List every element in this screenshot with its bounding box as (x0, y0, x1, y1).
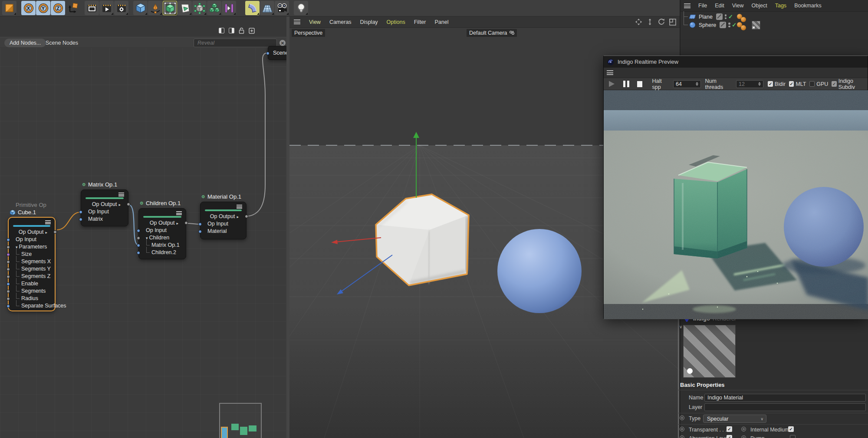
children-output-row[interactable]: Op Output▸ (139, 219, 186, 227)
bump-anim-dot-icon[interactable] (741, 435, 746, 438)
transparent-checkbox[interactable]: ✓ (727, 426, 732, 432)
editor-visibility-toggle[interactable] (716, 13, 723, 20)
menu-bookmarks[interactable]: Bookmarks (794, 3, 822, 9)
zoom-view-icon[interactable] (647, 18, 653, 26)
menu-tags[interactable]: Tags (775, 3, 786, 9)
port-row[interactable]: Radius (9, 295, 55, 302)
cloner-button[interactable] (192, 1, 207, 15)
menu-file[interactable]: File (698, 3, 707, 9)
add-nodes-button[interactable]: Add Nodes... (4, 39, 46, 47)
render-queue-button[interactable] (99, 1, 114, 15)
material-node-menu-icon[interactable] (237, 205, 242, 209)
material-preview-thumbnail[interactable] (683, 325, 736, 378)
editor-visibility-toggle[interactable] (720, 22, 726, 28)
spline-pen-button[interactable] (148, 1, 162, 15)
matrix-node[interactable]: ⚙Matrix Op.1 Op Output▸ Op Input Matrix (81, 190, 128, 226)
rotate-view-icon[interactable] (658, 18, 665, 26)
object-row-plane[interactable]: Plane ✓ (681, 13, 868, 20)
indigo-preview-window[interactable]: Indigo Realtime Preview Halt spp 64 Num … (603, 56, 868, 319)
port-row[interactable]: Segments (9, 288, 55, 295)
spline-divider-button[interactable] (222, 1, 236, 15)
material-node[interactable]: ⚙Material Op.1 Op Output▸ Op Input Mater… (200, 202, 247, 239)
transparent-anim-dot-icon[interactable] (680, 427, 684, 431)
stop-icon[interactable] (637, 81, 642, 87)
menu-view[interactable]: View (732, 3, 744, 9)
collapse-chevron-icon[interactable]: ∨ (679, 324, 682, 329)
menu-options[interactable]: Options (387, 19, 405, 25)
coordinate-system-button[interactable] (66, 1, 80, 15)
projection-label[interactable]: Perspective (292, 29, 325, 37)
enable-check-icon[interactable]: ✓ (732, 22, 736, 28)
menu-panel[interactable]: Panel (434, 19, 448, 25)
port-row[interactable]: Segments X (9, 258, 55, 265)
cube-node[interactable]: Primitive Op Cube.1 Op Output▸ Op Input … (8, 217, 56, 311)
menu-cameras[interactable]: Cameras (329, 19, 352, 25)
absorption-anim-dot-icon[interactable] (680, 435, 684, 438)
material-output-row[interactable]: Op Output▸ (201, 212, 246, 220)
port-row[interactable]: Op Input (81, 208, 128, 216)
clear-search-icon[interactable]: ✕ (279, 40, 286, 46)
object-manager-menu-icon[interactable] (684, 3, 690, 8)
camera-label[interactable]: Default Camera (467, 29, 517, 37)
floor-button[interactable] (260, 1, 274, 15)
camera-button[interactable] (275, 1, 289, 15)
node-graph-minimap[interactable] (219, 403, 262, 438)
render-settings-button[interactable] (114, 1, 128, 15)
scene-input-port[interactable] (266, 52, 270, 55)
add-panel-icon[interactable] (249, 28, 255, 34)
children-node[interactable]: ⚙Children Op.1 Op Output▸ Op Input ▾Chil… (138, 208, 186, 259)
halt-spp-field[interactable]: 64 (673, 80, 700, 88)
visibility-dots[interactable] (724, 14, 727, 19)
num-threads-field[interactable]: 12 (736, 80, 763, 88)
bidir-checkbox[interactable]: ✓ (768, 81, 773, 87)
indigo-menu-icon[interactable] (607, 70, 613, 75)
indigo-subdiv-checkbox[interactable]: ✓ (832, 81, 837, 87)
play-icon[interactable] (608, 80, 615, 88)
material-output-port[interactable] (245, 215, 248, 218)
menu-object[interactable]: Object (752, 3, 767, 9)
cube-output-row[interactable]: Op Output▸ (9, 228, 55, 236)
children-output-port[interactable] (184, 221, 188, 225)
visibility-dots[interactable] (728, 23, 730, 27)
lock-z-button[interactable]: Z (51, 1, 65, 15)
matrix-output-row[interactable]: Op Output▸ (81, 200, 128, 208)
viewport-menu-icon[interactable] (294, 20, 300, 24)
children-node-menu-icon[interactable] (176, 211, 182, 215)
port-row[interactable]: Segments Z (9, 273, 55, 280)
port-row[interactable]: ▾Parameters (9, 243, 55, 251)
menu-edit[interactable]: Edit (715, 3, 724, 9)
scene-node[interactable]: Scene (268, 46, 286, 60)
expression-tag-icon[interactable] (741, 25, 746, 30)
lock-icon[interactable] (239, 27, 244, 34)
render-view-button[interactable] (85, 1, 99, 15)
gpu-checkbox[interactable] (809, 81, 815, 87)
port-row[interactable]: Matrix (81, 216, 128, 223)
array-button[interactable] (207, 1, 221, 15)
material-tag-icon[interactable] (752, 21, 760, 29)
layer-input[interactable] (704, 403, 866, 411)
maximize-view-icon[interactable] (669, 19, 676, 26)
port-row[interactable]: Op Input (9, 236, 55, 243)
matrix-node-menu-icon[interactable] (118, 193, 124, 196)
reveal-search-input[interactable] (194, 39, 277, 47)
polygon-object-button[interactable] (178, 1, 192, 15)
type-anim-dot-icon[interactable] (680, 415, 684, 420)
matrix-output-port[interactable] (127, 203, 130, 206)
selection-tool-icon[interactable] (2, 1, 16, 15)
attr-scrollbar[interactable] (678, 319, 679, 438)
split-panel-right-icon[interactable] (229, 28, 234, 33)
port-row[interactable]: Segments Y (9, 265, 55, 273)
menu-filter[interactable]: Filter (414, 19, 426, 25)
type-dropdown[interactable]: Specular∨ (703, 415, 766, 423)
bend-deformer-button[interactable] (245, 1, 260, 15)
pan-view-icon[interactable] (635, 18, 642, 26)
object-row-sphere[interactable]: Sphere ✓ (681, 21, 868, 29)
internal-medium-checkbox[interactable]: ✓ (788, 426, 794, 432)
internal-medium-anim-dot-icon[interactable] (741, 427, 746, 431)
menu-display[interactable]: Display (360, 19, 378, 25)
indigo-titlebar[interactable]: Indigo Realtime Preview (604, 56, 868, 68)
port-row[interactable]: Enable (9, 280, 55, 288)
light-button[interactable] (294, 1, 308, 15)
lock-y-button[interactable]: Y (36, 1, 50, 15)
material-name-input[interactable] (704, 394, 866, 402)
